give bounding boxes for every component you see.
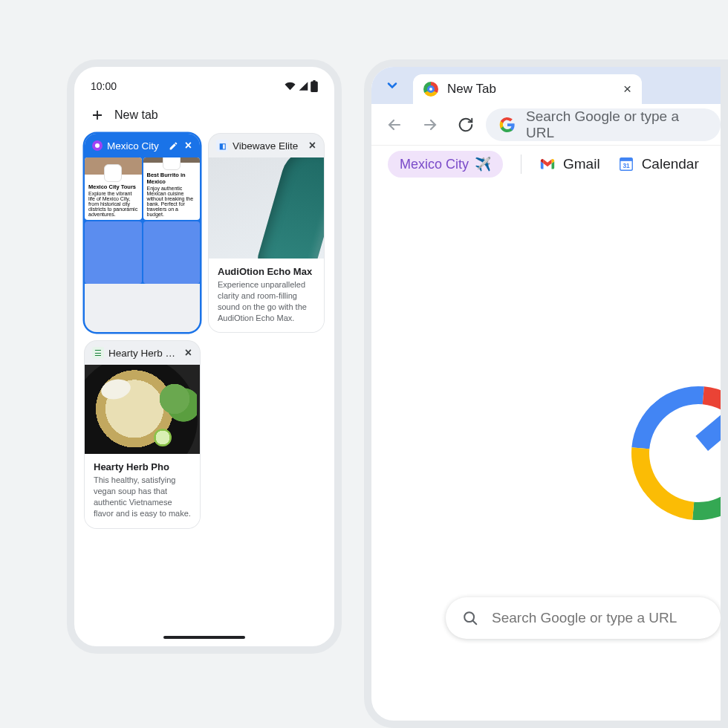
browser-tab[interactable]: New Tab × — [413, 74, 642, 104]
tile-thumbnail — [143, 157, 201, 163]
bookmark-calendar[interactable]: 31 Calendar — [618, 156, 699, 172]
tab-group-tiles: Mexico City Tours Explore the vibrant li… — [85, 157, 200, 284]
recipe-desc: This healthy, satisfying vegan soup has … — [94, 475, 191, 519]
tab-card-header: ☰ Hearty Herb Recipes × — [85, 341, 200, 365]
tab-card-title: Hearty Herb Recipes — [108, 348, 178, 359]
reload-button[interactable] — [450, 109, 481, 140]
favicon-icon: ◧ — [216, 140, 228, 152]
gmail-icon — [539, 156, 556, 172]
tab-card-recipe[interactable]: ☰ Hearty Herb Recipes × Hearty Herb Pho … — [85, 341, 200, 527]
chip-label: Mexico City — [400, 157, 469, 172]
close-icon[interactable]: × — [183, 140, 194, 152]
product-desc: Experience unparalleled clarity and room… — [218, 279, 315, 323]
favicon-icon: ☰ — [92, 347, 104, 359]
chrome-icon — [423, 82, 438, 97]
desktop-chrome-mockup: New Tab × Search Google or type a URL Me… — [364, 59, 728, 728]
recipe-image — [85, 365, 200, 454]
omnibox[interactable]: Search Google or type a URL — [486, 108, 721, 141]
clock: 10:00 — [91, 80, 117, 92]
tab-card-body: Hearty Herb Pho This healthy, satisfying… — [85, 365, 200, 527]
tab-title: New Tab — [447, 82, 614, 97]
close-icon[interactable]: × — [183, 347, 194, 359]
close-icon[interactable]: × — [623, 81, 631, 97]
calendar-icon: 31 — [618, 156, 634, 172]
bookmarks-bar: Mexico City ✈️ Gmail 31 Calendar — [371, 146, 721, 183]
divider — [521, 155, 521, 174]
close-icon[interactable]: × — [307, 140, 318, 152]
arrow-right-icon — [421, 116, 439, 134]
status-bar: 10:00 — [74, 67, 334, 98]
group-color-icon — [92, 140, 103, 151]
tab-card-vibewave[interactable]: ◧ Vibewave Elite × AudiOtion Echo Max Ex… — [209, 134, 324, 332]
group-tile[interactable]: Mexico City Tours Explore the vibrant li… — [85, 157, 142, 220]
group-tile-empty[interactable] — [85, 221, 142, 284]
tab-card-header: ◧ Vibewave Elite × — [209, 134, 324, 157]
group-tile[interactable]: Best Burrito in Mexico Enjoy authentic M… — [143, 157, 201, 220]
group-tile-empty[interactable] — [143, 221, 201, 284]
wifi-icon — [284, 81, 296, 91]
tab-card-body: AudiOtion Echo Max Experience unparallel… — [209, 157, 324, 332]
chevron-down-icon — [385, 78, 400, 93]
bookmark-gmail[interactable]: Gmail — [539, 156, 600, 172]
new-tab-button[interactable]: New tab — [74, 98, 334, 134]
svg-rect-1 — [620, 158, 632, 161]
product-image — [209, 157, 324, 259]
new-tab-label: New tab — [114, 108, 158, 122]
tile-thumbnail — [85, 157, 142, 175]
battery-icon — [311, 80, 318, 92]
bookmark-label: Calendar — [642, 156, 699, 172]
google-logo — [604, 359, 728, 547]
toolbar: Search Google or type a URL — [371, 104, 721, 146]
forward-button[interactable] — [415, 109, 446, 140]
airplane-icon: ✈️ — [475, 156, 491, 172]
search-icon — [462, 610, 478, 626]
tab-strip: New Tab × — [371, 67, 721, 104]
tab-group-chip-mexico-city[interactable]: Mexico City ✈️ — [388, 151, 503, 178]
reload-icon — [458, 117, 474, 133]
arrow-left-icon — [386, 116, 403, 134]
pencil-icon[interactable] — [169, 141, 178, 151]
recipe-title: Hearty Herb Pho — [94, 461, 191, 472]
tab-group-mexico-city[interactable]: Mexico City × Mexico City Tours Explore … — [85, 134, 200, 332]
tab-groups-grid: Mexico City × Mexico City Tours Explore … — [74, 134, 334, 528]
home-indicator[interactable] — [163, 636, 245, 639]
tab-group-header: Mexico City × — [85, 134, 200, 157]
signal-icon — [298, 81, 309, 91]
search-placeholder: Search Google or type a URL — [492, 610, 677, 626]
tab-group-title: Mexico City — [107, 140, 164, 152]
tab-card-title: Vibewave Elite — [233, 140, 302, 152]
tab-search-button[interactable] — [376, 69, 409, 102]
product-title: AudiOtion Echo Max — [218, 266, 315, 277]
back-button[interactable] — [379, 109, 410, 140]
tile-label: Best Burrito in Mexico Enjoy authentic M… — [143, 163, 201, 220]
omnibox-placeholder: Search Google or type a URL — [526, 108, 707, 141]
ntp-search-box[interactable]: Search Google or type a URL — [446, 597, 721, 639]
plus-icon — [91, 108, 104, 122]
phone-mockup: 10:00 New tab Mexico City × Mexico Ci — [67, 59, 342, 654]
google-icon — [499, 117, 516, 133]
bookmark-label: Gmail — [563, 156, 600, 172]
svg-text:31: 31 — [623, 163, 630, 169]
status-icons — [284, 80, 318, 92]
